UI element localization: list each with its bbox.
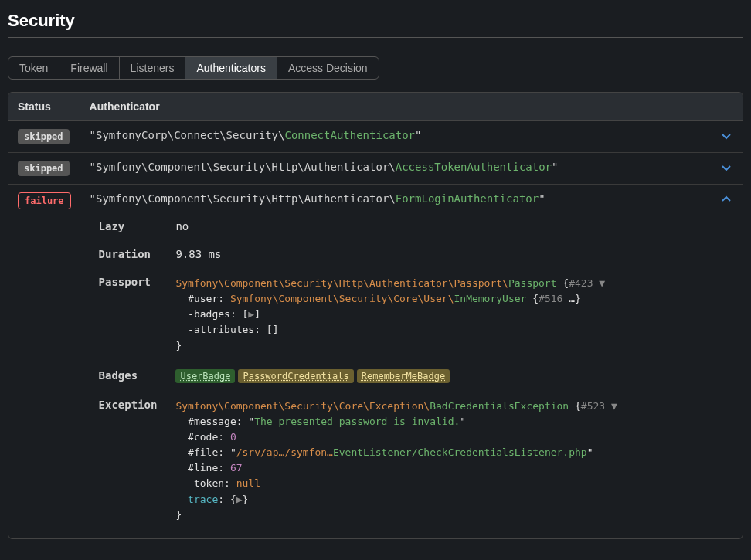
- table-row[interactable]: failure"Symfony\Component\Security\Http\…: [8, 185, 743, 538]
- detail-key: Passport: [90, 268, 167, 361]
- authenticators-table: Status Authenticator skipped"SymfonyCorp…: [8, 92, 743, 539]
- expand-toggle[interactable]: ▼: [599, 277, 605, 289]
- chevron-up-icon[interactable]: [721, 194, 732, 205]
- badge-pill[interactable]: PasswordCredentials: [238, 369, 353, 383]
- detail-value: 9.83 ms: [166, 240, 733, 268]
- status-badge: skipped: [18, 129, 70, 144]
- expand-toggle[interactable]: ▶: [248, 308, 254, 320]
- chevron-down-icon[interactable]: [721, 131, 732, 141]
- tab-token[interactable]: Token: [8, 57, 59, 79]
- status-badge: failure: [18, 192, 71, 209]
- authenticator-class: "SymfonyCorp\Connect\Security\ConnectAut…: [90, 129, 422, 141]
- details-table: Lazyno Duration9.83 ms PassportSymfony\C…: [90, 212, 733, 531]
- col-authenticator: Authenticator: [80, 93, 743, 121]
- detail-key: Exception: [90, 391, 167, 531]
- authenticator-class: "Symfony\Component\Security\Http\Authent…: [90, 161, 559, 173]
- tab-listeners[interactable]: Listeners: [120, 57, 186, 79]
- chevron-down-icon[interactable]: [721, 162, 732, 173]
- detail-value: no: [166, 212, 733, 240]
- tab-bar: TokenFirewallListenersAuthenticatorsAcce…: [8, 56, 379, 80]
- page-title: Security: [8, 11, 743, 31]
- divider: [8, 37, 743, 38]
- status-badge: skipped: [18, 161, 70, 176]
- table-row[interactable]: skipped"SymfonyCorp\Connect\Security\Con…: [8, 121, 743, 153]
- exception-dump: Symfony\Component\Security\Core\Exceptio…: [166, 391, 733, 531]
- detail-key: Duration: [90, 240, 167, 268]
- tab-authenticators[interactable]: Authenticators: [185, 57, 277, 79]
- expand-toggle[interactable]: ▶: [236, 494, 243, 505]
- passport-dump: Symfony\Component\Security\Http\Authenti…: [166, 268, 733, 361]
- authenticator-class: "Symfony\Component\Security\Http\Authent…: [90, 192, 545, 205]
- detail-key: Badges: [90, 361, 167, 391]
- badges-cell: UserBadgePasswordCredentialsRememberMeBa…: [166, 361, 733, 391]
- tab-access-decision[interactable]: Access Decision: [277, 57, 379, 79]
- table-row[interactable]: skipped"Symfony\Component\Security\Http\…: [8, 153, 743, 185]
- badge-pill[interactable]: RememberMeBadge: [357, 369, 450, 383]
- col-status: Status: [8, 93, 80, 121]
- expand-toggle[interactable]: ▼: [611, 400, 617, 412]
- tab-firewall[interactable]: Firewall: [59, 57, 119, 79]
- badge-pill[interactable]: UserBadge: [175, 369, 235, 383]
- detail-key: Lazy: [90, 212, 167, 240]
